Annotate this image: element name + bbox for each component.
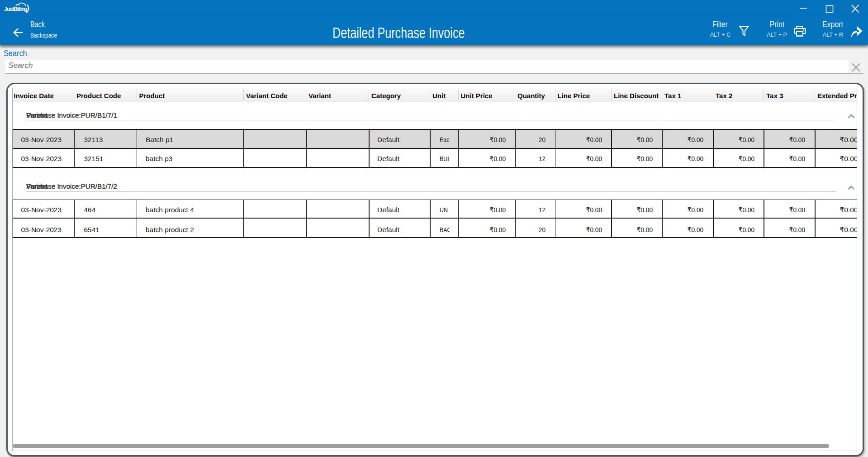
svg-text:JustBilling: JustBilling	[4, 6, 28, 12]
